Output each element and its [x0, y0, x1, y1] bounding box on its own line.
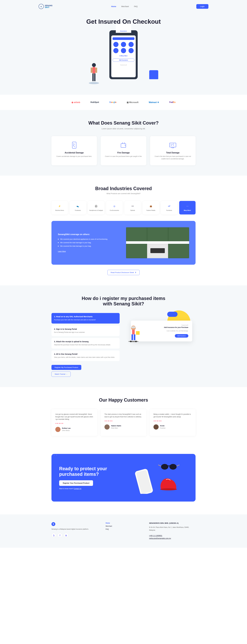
user-name: Krish: [160, 425, 165, 427]
register-step-3[interactable]: 3. Attach the receipt & upload to Senang…: [51, 338, 120, 348]
card-desc: Cover's in case the purchased items get …: [105, 155, 142, 158]
facebook-icon[interactable]: f: [58, 533, 62, 538]
phone-header-bar: [113, 37, 134, 40]
industry-more[interactable]: ⋯Many More!: [179, 201, 196, 214]
industry-footwear[interactable]: 👟Footwears: [70, 201, 86, 214]
industry-furniture[interactable]: 🛋Furnitures: [161, 201, 177, 214]
card-title: Fire Damage: [105, 152, 142, 154]
star-rating: ★★★★★: [55, 422, 93, 424]
industries-subtitle: What Products are covered with SenangSik…: [51, 192, 196, 194]
logo[interactable]: ◐ SENANG SIKIT: [39, 4, 52, 9]
user-location: Shah Alam: [111, 427, 118, 429]
footer-faq[interactable]: FAQ: [106, 528, 141, 530]
fire-damage-icon: [120, 141, 127, 149]
cracked-phone-icon: [70, 141, 78, 149]
testimonial-card: The claim process is truly SenangSikit! …: [101, 409, 147, 436]
contact-us-link[interactable]: Contact Us: [74, 488, 81, 490]
company-phone[interactable]: (+60) 11-11809931: [149, 535, 162, 536]
industry-gadgets[interactable]: 🎧Handphones & Gadgets: [88, 201, 104, 214]
cover-card-total: Total Damage Cover's the item that you h…: [150, 136, 196, 165]
svg-point-32: [56, 455, 57, 456]
download-icon: ⬇: [135, 272, 136, 274]
header-nav: ◐ SENANG SIKIT Home Merchant FAQ Login: [33, 4, 214, 9]
watch-tutorial-button[interactable]: Watch Tutorial →: [51, 372, 71, 377]
nav-merchant[interactable]: Merchant: [121, 6, 129, 8]
user-location: Kuantan: [160, 427, 165, 429]
company-address: B-3A-04, Plaza Mont Kiara, No 2, Jalan M…: [149, 526, 196, 532]
svg-point-33: [161, 464, 168, 470]
detail-point: We covered the total damage to your bag.: [58, 245, 121, 247]
svg-rect-4: [94, 74, 95, 81]
hero-section: Get Insured On Checkout Insurance & Many…: [0, 13, 247, 95]
bag-icon: 👜: [149, 204, 153, 208]
avatar: [154, 424, 159, 430]
cta-more-text: Want to know more? Contact Us: [59, 488, 123, 490]
more-icon: ⋯: [186, 204, 189, 208]
login-button[interactable]: Login: [196, 4, 208, 9]
star-rating: ★★★★★: [154, 420, 192, 422]
svg-point-30: [52, 455, 53, 456]
industry-opticals[interactable]: 👓Opticals: [125, 201, 141, 214]
testimonials-section: Our Happy Customers Just got my glasses …: [0, 387, 247, 446]
phone-mockup: Insurance & Many More Add Insurance Powe…: [109, 30, 138, 79]
cta-register-button[interactable]: Register Your Purchased Product: [59, 480, 93, 486]
phone-powered: Powered by ⓢ: [113, 64, 134, 66]
detail-point: We covered the total damage to your bag.: [58, 242, 121, 244]
detail-title: SenangSikit coverage on others:: [58, 233, 121, 236]
twitter-icon[interactable]: 𝕏: [51, 533, 56, 538]
learn-more-link[interactable]: Learn More: [58, 250, 66, 252]
avatar: [104, 424, 110, 430]
brand-walmart: Walmart ✳: [149, 101, 159, 104]
nav-faq[interactable]: FAQ: [134, 6, 138, 8]
svg-rect-2: [93, 67, 95, 74]
step-title: 4. All in One Senang Portal!: [54, 353, 117, 355]
star-rating: ★★★★★: [104, 420, 143, 422]
shoe-icon: 👟: [76, 204, 80, 208]
cover-section: What Does Senang Sikit Cover? Lorem ipsu…: [0, 110, 247, 176]
avatar: [55, 427, 60, 432]
step-desc: Attached the purchase invoice from the m…: [54, 344, 117, 346]
glasses-icon: 👓: [131, 204, 135, 208]
cta-section: Ready to protect your purchased items? R…: [0, 446, 247, 514]
register-step-2[interactable]: 2. Sign in to Senang Portal Go to Senang…: [51, 326, 120, 336]
headphone-icon: 🎧: [94, 204, 98, 208]
receipt-label: Insurance: [116, 24, 131, 33]
industry-car[interactable]: ◎Car Accessories: [106, 201, 123, 214]
svg-point-15: [128, 341, 139, 342]
register-step-4[interactable]: 4. All in One Senang Portal! View your i…: [51, 350, 120, 361]
footer-merchant[interactable]: Merchant: [106, 525, 141, 527]
industries-title: Broad Industries Covered: [51, 186, 196, 191]
footer-home[interactable]: Home: [106, 522, 141, 524]
svg-point-1: [92, 63, 96, 67]
cover-card-fire: Fire Damage Cover's in case the purchase…: [101, 136, 146, 165]
company-email[interactable]: melisa.tan@senangpks.com.my: [149, 538, 171, 539]
phone-icon-grid: [113, 42, 134, 53]
register-section: How do i register my purchased items wit…: [0, 286, 247, 387]
sofa-icon: 🛋: [167, 204, 171, 208]
svg-rect-13: [134, 334, 135, 340]
footer-logo-icon: S: [51, 522, 55, 526]
cta-box: Ready to protect your purchased items? R…: [51, 454, 196, 502]
card-desc: Covers accidentals damage to your purcha…: [55, 155, 93, 158]
plug-icon: ⚡: [58, 204, 61, 208]
nav-links: Home Merchant FAQ: [111, 6, 138, 8]
brand-hubspot: HubSpot: [90, 101, 99, 104]
step-desc: Purchase your item with the merchant and…: [54, 319, 117, 321]
testimonial-card: Just got my glasses covered with SenangS…: [51, 409, 97, 436]
step-title: 2. Sign in to Senang Portal: [54, 328, 117, 330]
logo-mark-icon: ◐: [39, 4, 44, 9]
register-product-button[interactable]: Register My Purchased Product: [51, 365, 81, 370]
detail-point: We covered your electrical appliances in…: [58, 238, 121, 240]
blue-swoosh-decoration: [167, 312, 178, 317]
skateboard-person-icon: [127, 325, 144, 344]
footer-about: S Senang is a Malaysia based digital ins…: [51, 522, 98, 540]
register-step-1[interactable]: 1. Head on to any GHL Authorized Merchan…: [51, 313, 120, 324]
nav-home[interactable]: Home: [111, 6, 116, 8]
cover-card-accidental: Accidental Damage Covers accidentals dam…: [51, 136, 97, 165]
pds-download-button[interactable]: Read Product Disclosure Sheet ⬇: [107, 270, 140, 275]
phone-more-text: & Many More: [113, 55, 134, 56]
kitchen-image: [126, 227, 189, 258]
industry-electrical[interactable]: ⚡Electrical Items: [51, 201, 68, 214]
industry-fashion[interactable]: 👜Fashion Retails: [143, 201, 159, 214]
linkedin-icon[interactable]: in: [64, 533, 68, 538]
